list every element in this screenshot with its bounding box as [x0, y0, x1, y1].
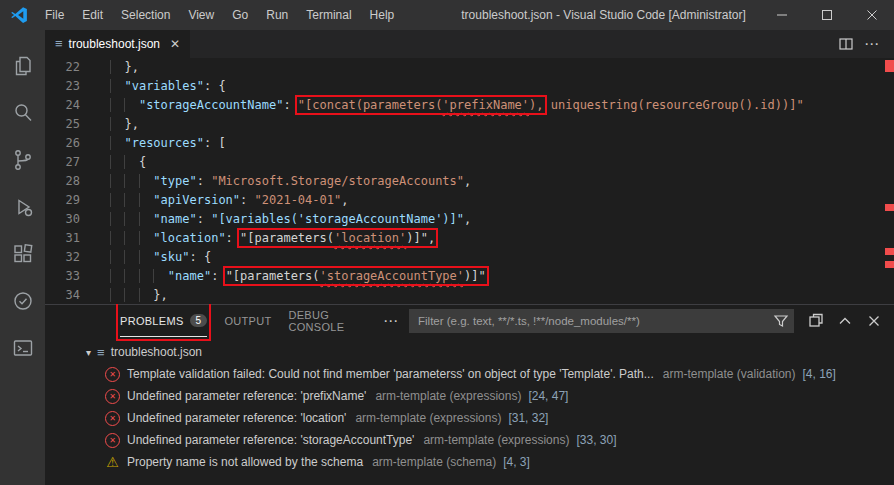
- indent-guide: [124, 155, 138, 169]
- code-token: :: [283, 98, 297, 112]
- menu-edit[interactable]: Edit: [73, 0, 112, 30]
- problems-count-badge: 5: [190, 314, 208, 327]
- code-line[interactable]: 30 "name": "[variables('storageAccountNa…: [45, 210, 894, 229]
- terminal-icon[interactable]: [0, 324, 45, 371]
- more-actions-icon[interactable]: ⋯: [864, 35, 880, 53]
- overview-ruler[interactable]: [884, 58, 894, 304]
- problem-message: Undefined parameter reference: 'storageA…: [127, 433, 414, 447]
- tab-debug-console[interactable]: DEBUG CONSOLE: [288, 306, 356, 337]
- tab-label: troubleshoot.json: [69, 37, 160, 51]
- code-line[interactable]: 26 "resources": [: [45, 134, 894, 153]
- panel-layout-icon[interactable]: [808, 313, 824, 329]
- code-token: : {: [189, 250, 211, 264]
- code-text: },: [80, 286, 168, 304]
- code-token: :: [226, 231, 240, 245]
- code-text: "name": "[parameters('storageAccountType…: [80, 267, 486, 286]
- problem-position: [31, 32]: [508, 411, 548, 425]
- indent-guide: [124, 250, 138, 264]
- menu-view[interactable]: View: [179, 0, 223, 30]
- red-annotation-box: "[parameters('storageAccountType')]": [226, 269, 486, 283]
- menu-go[interactable]: Go: [223, 0, 257, 30]
- code-token: "sku": [153, 250, 189, 264]
- code-token: : {: [204, 79, 226, 93]
- problem-row[interactable]: ✕Template validation failed: Could not f…: [45, 363, 894, 385]
- tab-troubleshoot-json[interactable]: ≡ troubleshoot.json ✕: [45, 30, 190, 58]
- indent-guide: [139, 174, 153, 188]
- code-token: "[parameters(: [240, 231, 334, 245]
- code-line[interactable]: 33 "name": "[parameters('storageAccountT…: [45, 267, 894, 286]
- code-line[interactable]: 32 "sku": {: [45, 248, 894, 267]
- tab-output[interactable]: OUTPUT: [224, 306, 271, 337]
- error-icon: ✕: [105, 389, 120, 404]
- code-line[interactable]: 29 "apiVersion": "2021-04-01",: [45, 191, 894, 210]
- source-control-icon[interactable]: [0, 136, 45, 183]
- code-editor[interactable]: 22 },23 "variables": {24 "storageAccount…: [45, 58, 894, 304]
- testing-icon[interactable]: [0, 277, 45, 324]
- indent-guide: [124, 269, 138, 283]
- tab-problems[interactable]: PROBLEMS 5: [120, 305, 207, 337]
- close-button[interactable]: [849, 0, 894, 30]
- chevron-down-icon[interactable]: ▾: [86, 347, 91, 358]
- code-text: "type": "Microsoft.Storage/storageAccoun…: [80, 172, 471, 191]
- code-token: "resources": [124, 136, 203, 150]
- menu-file[interactable]: File: [36, 0, 73, 30]
- code-token: "[parameters(: [226, 269, 320, 283]
- code-line[interactable]: 23 "variables": {: [45, 77, 894, 96]
- panel-more-actions-icon[interactable]: ⋯: [383, 312, 399, 330]
- problem-source: arm-template (expressions): [375, 389, 521, 403]
- menu-help[interactable]: Help: [361, 0, 404, 30]
- code-line[interactable]: 22 },: [45, 58, 894, 77]
- menu-run[interactable]: Run: [257, 0, 297, 30]
- indent-guide: [110, 288, 124, 302]
- indent-guide: [139, 231, 153, 245]
- problem-row[interactable]: ✕Undefined parameter reference: 'locatio…: [45, 407, 894, 429]
- line-number: 28: [45, 172, 80, 191]
- problems-file-row[interactable]: ▾ ≡ troubleshoot.json: [45, 341, 894, 363]
- code-line[interactable]: 28 "type": "Microsoft.Storage/storageAcc…: [45, 172, 894, 191]
- extensions-icon[interactable]: [0, 230, 45, 277]
- error-mark: [885, 204, 894, 211]
- split-editor-icon[interactable]: [838, 36, 854, 52]
- code-token: },: [124, 60, 138, 74]
- line-number: 30: [45, 210, 80, 229]
- problem-row[interactable]: ✕Undefined parameter reference: 'prefixN…: [45, 385, 894, 407]
- maximize-button[interactable]: [804, 0, 849, 30]
- code-line[interactable]: 31 "location": "[parameters('location')]…: [45, 229, 894, 248]
- code-token: "apiVersion": [153, 193, 240, 207]
- menu-terminal[interactable]: Terminal: [297, 0, 360, 30]
- problem-message: Template validation failed: Could not fi…: [127, 367, 654, 381]
- run-debug-icon[interactable]: [0, 183, 45, 230]
- menu-selection[interactable]: Selection: [112, 0, 179, 30]
- tab-close-icon[interactable]: ✕: [170, 37, 180, 51]
- error-mark: [885, 248, 894, 255]
- red-annotation-box: "[parameters('location')]",: [240, 231, 435, 245]
- output-tab-label: OUTPUT: [224, 315, 271, 327]
- code-line[interactable]: 25 },: [45, 115, 894, 134]
- code-token: ,: [464, 174, 471, 188]
- search-icon[interactable]: [0, 89, 45, 136]
- json-file-icon: ≡: [97, 345, 105, 360]
- indent-guide: [139, 269, 153, 283]
- problem-position: [33, 30]: [576, 433, 616, 447]
- line-number: 24: [45, 96, 80, 115]
- indent-guide: [110, 174, 124, 188]
- code-token: :: [240, 193, 254, 207]
- code-line[interactable]: 34 },: [45, 286, 894, 304]
- window-title: troubleshoot.json - Visual Studio Code […: [461, 8, 746, 22]
- indent-guide: [139, 288, 153, 302]
- code-line[interactable]: 24 "storageAccountName": "[concat(parame…: [45, 96, 894, 115]
- code-token: "name": [168, 269, 211, 283]
- problem-row[interactable]: ⚠Property name is not allowed by the sch…: [45, 451, 894, 473]
- code-line[interactable]: 27 {: [45, 153, 894, 172]
- minimize-button[interactable]: [759, 0, 804, 30]
- line-number: 34: [45, 286, 80, 304]
- filter-input[interactable]: [409, 309, 794, 333]
- maximize-panel-icon[interactable]: [837, 313, 853, 329]
- explorer-icon[interactable]: [0, 42, 45, 89]
- vscode-logo-icon: [10, 6, 28, 24]
- close-panel-icon[interactable]: [866, 313, 882, 329]
- problems-list: ▾ ≡ troubleshoot.json ✕Template validati…: [45, 337, 894, 485]
- problem-message: Undefined parameter reference: 'prefixNa…: [127, 389, 366, 403]
- problem-row[interactable]: ✕Undefined parameter reference: 'storage…: [45, 429, 894, 451]
- filter-icon[interactable]: [773, 313, 789, 329]
